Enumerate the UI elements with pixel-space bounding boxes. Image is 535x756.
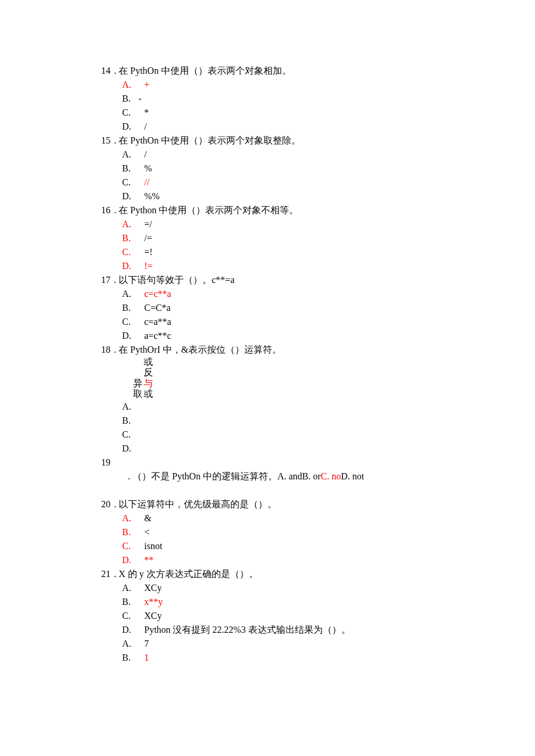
option-row: B.-: [122, 92, 483, 106]
option-label: B.: [122, 162, 138, 175]
option-label: C.: [122, 609, 138, 623]
q18-label-c-text: C.: [122, 428, 138, 442]
q21-number: 21: [87, 567, 110, 581]
q16-options: A.=/B./=C.=!D.!=: [122, 217, 483, 273]
q15-number: 15: [87, 134, 110, 148]
q18-label-c: C.: [122, 428, 483, 442]
option-label: A.: [122, 78, 138, 92]
q18-stack-r4c1: 取: [133, 389, 143, 399]
option-label: D.: [122, 259, 138, 273]
option-label: A.: [122, 217, 138, 231]
option-row: C.=!: [122, 245, 483, 259]
q14-number: 14: [87, 64, 110, 78]
q21-text: . X 的 y 次方表达式正确的是（）。: [114, 567, 258, 581]
q18-labels: A. B. C. D.: [122, 400, 483, 456]
option-text: /: [144, 120, 147, 134]
q18-number: 18: [87, 343, 110, 357]
option-text: XCy: [144, 581, 162, 595]
q18-stack-r4c2: 或: [143, 389, 154, 399]
option-row: D.Python 没有提到 22.22%3 表达式输出结果为（）。: [122, 623, 483, 637]
option-row: B.x**y: [122, 595, 483, 609]
option-row: A.7: [122, 637, 483, 651]
option-text: c=a**a: [144, 315, 171, 329]
document-body: 14 . 在 PythOn 中使用（）表示两个对象相加。 A.+B.-C.*D.…: [87, 64, 483, 665]
q18-stack-row1: 或: [133, 357, 483, 367]
q19-text-c: D. not: [341, 471, 364, 481]
option-text: &: [144, 511, 151, 525]
option-label: D.: [122, 120, 138, 134]
q19-text-b: C. no: [321, 471, 341, 481]
question-20: 20 . 以下运算符中，优先级最高的是（）。: [87, 497, 483, 511]
option-row: D.!=: [122, 259, 483, 273]
option-label: A.: [122, 581, 138, 595]
option-row: C.c=a**a: [122, 315, 483, 329]
option-text: =!: [144, 245, 152, 259]
option-text: =/: [144, 217, 152, 231]
q18-stack-r3c2: 与: [143, 378, 154, 389]
option-text: %%: [144, 189, 160, 203]
option-text: !=: [144, 259, 152, 273]
option-text: **: [144, 553, 154, 567]
option-text: <: [144, 525, 149, 539]
option-row: B./=: [122, 231, 483, 245]
option-label: D.: [122, 553, 138, 567]
option-label: B.: [122, 92, 138, 106]
option-label: B.: [122, 301, 138, 315]
option-row: D.a=c**c: [122, 329, 483, 343]
option-text: 7: [144, 637, 149, 651]
option-text: 1: [144, 651, 149, 665]
question-21: 21 . X 的 y 次方表达式正确的是（）。: [87, 567, 483, 581]
option-label: A.: [122, 148, 138, 162]
q18-label-a: A.: [122, 400, 483, 414]
option-row: B.<: [122, 525, 483, 539]
option-text: /=: [144, 231, 152, 245]
q21-options: A.XCyB.x**yC.XCyD.Python 没有提到 22.22%3 表达…: [122, 581, 483, 665]
q16-text: . 在 Python 中使用（）表示两个对象不相等。: [114, 203, 298, 217]
option-text: Python 没有提到 22.22%3 表达式输出结果为（）。: [144, 623, 351, 637]
option-text: -: [138, 92, 141, 106]
q17-options: A.c=c**aB.C=C*aC.c=a**aD.a=c**c: [122, 287, 483, 343]
question-14: 14 . 在 PythOn 中使用（）表示两个对象相加。: [87, 64, 483, 78]
option-row: C.XCy: [122, 609, 483, 623]
option-text: isnot: [144, 539, 162, 553]
option-label: A.: [122, 287, 138, 301]
option-label: C.: [122, 106, 138, 120]
option-label: D.: [122, 623, 138, 637]
option-label: C.: [122, 245, 138, 259]
option-text: /: [144, 148, 147, 162]
q18-stack-r3c1: 异: [133, 378, 143, 389]
option-label: A.: [122, 637, 138, 651]
question-18: 18 . 在 PythOrI 中，&表示按位（）运算符。: [87, 343, 483, 357]
option-label: B.: [122, 651, 138, 665]
q18-stack-r1c2: 或: [143, 357, 154, 367]
q14-options: A.+B.-C.*D./: [122, 78, 483, 134]
option-text: //: [144, 175, 149, 189]
option-row: B.C=C*a: [122, 301, 483, 315]
q18-text: . 在 PythOrI 中，&表示按位（）运算符。: [114, 343, 281, 357]
option-text: x**y: [144, 595, 163, 609]
q14-text: . 在 PythOn 中使用（）表示两个对象相加。: [114, 64, 291, 78]
question-17: 17 . 以下语句等效于（）。c**=a: [87, 273, 483, 287]
option-label: A.: [122, 511, 138, 525]
option-row: C.//: [122, 175, 483, 189]
q18-stack-row3: 异 与: [133, 378, 483, 389]
option-row: C.isnot: [122, 539, 483, 553]
option-label: C.: [122, 539, 138, 553]
option-row: C.*: [122, 106, 483, 120]
option-row: B.1: [122, 651, 483, 665]
q19-number: 19: [87, 456, 110, 497]
q18-stack-r2c2: 反: [143, 367, 154, 378]
option-row: A./: [122, 148, 483, 162]
question-16: 16 . 在 Python 中使用（）表示两个对象不相等。: [87, 203, 483, 217]
option-row: A.XCy: [122, 581, 483, 595]
q18-label-d-text: D.: [122, 442, 138, 456]
q15-options: A./B.%C.//D.%%: [122, 148, 483, 203]
q20-number: 20: [87, 497, 110, 511]
option-label: D.: [122, 189, 138, 203]
option-label: B.: [122, 595, 138, 609]
option-label: D.: [122, 329, 138, 343]
option-row: A.=/: [122, 217, 483, 231]
option-label: C.: [122, 315, 138, 329]
q18-label-b-text: B.: [122, 414, 138, 428]
q18-stack-r2c1: [133, 367, 143, 378]
